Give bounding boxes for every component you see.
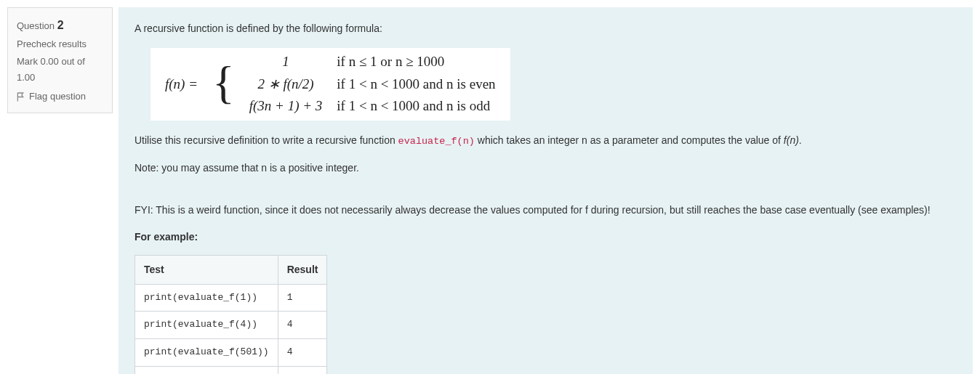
intro-text: A recursive function is defined by the f… [134,20,957,36]
instruction-paragraph: Utilise this recursive definition to wri… [134,132,957,150]
formula-brace: { [205,49,242,115]
formula-block: f(n) = { 1 if n ≤ 1 or n ≥ 1000 2 ∗ f(n/… [150,48,510,120]
table-row: print(evaluate_f(126)) 442 [135,366,327,374]
note-text: Note: you may assume that n is a positiv… [134,160,957,176]
table-result-cell: 4 [278,312,327,339]
table-header-test: Test [135,256,278,284]
example-table: Test Result print(evaluate_f(1)) 1 print… [134,255,327,374]
instruction-end: . [799,134,802,146]
formula-value-0: 1 [242,51,330,73]
table-header-result: Result [278,256,327,284]
question-content: A recursive function is defined by the f… [119,7,973,374]
flag-icon [17,92,25,102]
table-test-cell: print(evaluate_f(501)) [135,339,278,367]
table-test-cell: print(evaluate_f(126)) [135,366,278,374]
table-test-cell: print(evaluate_f(1)) [135,284,278,312]
table-row: print(evaluate_f(501)) 4 [135,339,327,367]
precheck-results: Precheck results [17,36,103,52]
table-result-cell: 4 [278,339,327,367]
table-result-cell: 1 [278,284,327,312]
formula-cond-0: if n ≤ 1 or n ≥ 1000 [329,51,502,73]
formula-cond-2: if 1 < n < 1000 and n is odd [329,95,502,117]
mark-score: Mark 0.00 out of 1.00 [17,54,103,86]
flag-label: Flag question [29,89,86,105]
table-row: print(evaluate_f(1)) 1 [135,284,327,312]
question-number-value: 2 [57,19,64,31]
table-test-cell: print(evaluate_f(4)) [135,312,278,339]
table-result-cell: 442 [278,366,327,374]
table-row: print(evaluate_f(4)) 4 [135,312,327,339]
question-number: Question 2 [17,15,103,35]
instruction-pre: Utilise this recursive definition to wri… [134,134,398,146]
formula-value-2: f(3n + 1) + 3 [242,95,330,117]
formula-lhs: f(n) = [158,51,205,117]
instruction-post: which takes an integer n as a parameter … [475,134,784,146]
instruction-fn: f(n) [784,134,799,146]
flag-question-link[interactable]: Flag question [17,89,103,105]
fyi-text: FYI: This is a weird function, since it … [134,202,957,218]
question-info-panel: Question 2 Precheck results Mark 0.00 ou… [7,7,113,113]
for-example-label: For example: [134,229,957,245]
formula-cond-1: if 1 < n < 1000 and n is even [329,73,502,95]
formula-value-1: 2 ∗ f(n/2) [242,73,330,95]
question-label-text: Question [17,20,55,31]
instruction-code: evaluate_f(n) [398,136,475,147]
